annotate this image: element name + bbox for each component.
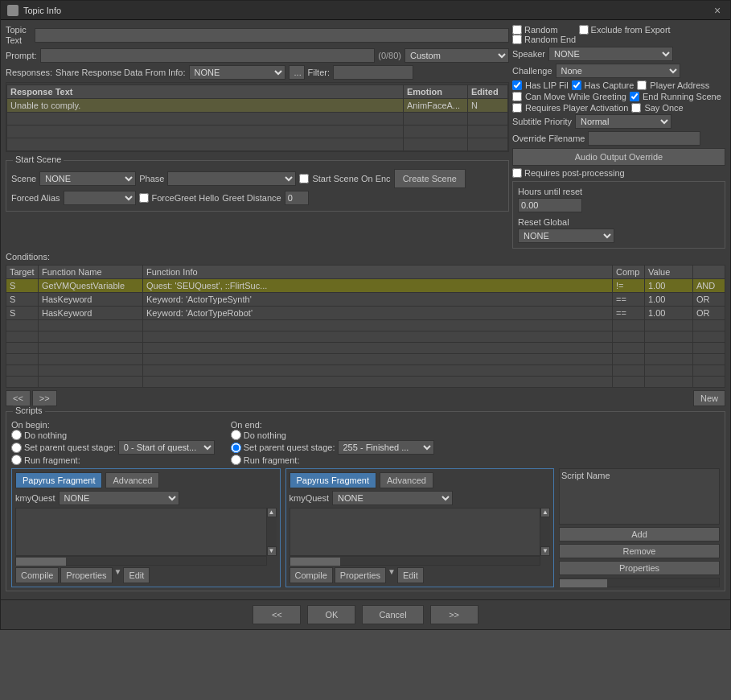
phase-select[interactable] [167,171,296,186]
start-scene-row1: Scene NONE Phase Start Scene On Enc Crea… [11,169,503,188]
share-dots-button[interactable]: ... [289,65,305,80]
cond-value: 1.00 [645,307,693,320]
table-row[interactable]: S HasKeyword Keyword: 'ActorTypeRobot' =… [6,307,725,320]
table-row[interactable] [6,331,725,343]
close-button[interactable]: × [711,4,724,17]
random-checkbox[interactable] [512,25,522,35]
table-row[interactable] [7,126,508,138]
end-kmyquest-select[interactable]: NONE [332,491,453,505]
end-kmyquest-label: kmyQuest [290,493,330,503]
begin-stage-select[interactable]: 0 - Start of quest... [118,440,215,455]
begin-advanced-tab[interactable]: Advanced [105,472,159,488]
end-stage-select[interactable]: 255 - Finished ... [338,440,434,455]
begin-scroll-up[interactable]: ▲ [267,508,277,517]
end-advanced-tab[interactable]: Advanced [380,472,433,488]
left-panel: Topic Text Prompt: (0/80) Custom Re [6,25,509,252]
app-icon [7,5,18,16]
begin-h-scrollbar[interactable] [15,556,267,566]
can-move-checkbox[interactable] [512,92,522,101]
subtitle-select[interactable]: Normal [575,114,671,129]
end-running-checkbox[interactable] [630,92,639,101]
ok-button[interactable]: OK [307,605,355,624]
reset-global-select[interactable]: NONE [518,229,614,243]
begin-kmyquest-select[interactable]: NONE [59,491,179,505]
end-edit-button[interactable]: Edit [397,567,424,583]
start-scene-enc-checkbox[interactable] [299,174,309,183]
cancel-button[interactable]: Cancel [362,605,423,624]
begin-fragment-tab[interactable]: Papyrus Fragment [15,472,102,488]
cond-value: 1.00 [645,293,693,307]
greet-distance-input[interactable] [285,191,309,205]
table-row[interactable]: Unable to comply. AnimFaceA... N [7,99,508,113]
cond-function-name: GetVMQuestVariable [39,279,143,293]
end-compile-button[interactable]: Compile [290,567,333,583]
prompt-dropdown[interactable]: Custom [405,48,509,63]
random-end-checkbox[interactable] [512,35,522,44]
audio-override-button[interactable]: Audio Output Override [512,148,725,166]
conditions-nav: << >> New [6,390,725,406]
end-props-dropdown[interactable]: ▼ [388,567,396,583]
topic-text-input[interactable] [35,28,509,43]
begin-scroll-down[interactable]: ▼ [267,546,277,556]
end-scroll-down[interactable]: ▼ [540,546,550,556]
exclude-export-checkbox[interactable] [579,25,589,35]
challenge-select[interactable]: None [556,64,680,78]
end-script-textarea[interactable] [290,508,541,556]
begin-compile-button[interactable]: Compile [15,567,59,583]
script-h-scrollbar[interactable] [559,578,720,587]
bottom-prev-button[interactable]: << [253,605,301,624]
begin-edit-button[interactable]: Edit [123,567,150,583]
override-filename-input[interactable] [588,131,700,146]
conditions-prev-button[interactable]: << [6,390,31,406]
force-greet-checkbox[interactable] [139,193,149,203]
table-row[interactable] [6,354,725,365]
say-once-checkbox[interactable] [631,103,641,113]
cond-function-info: Keyword: 'ActorTypeRobot' [143,307,613,320]
begin-script-textarea[interactable] [15,508,267,556]
player-address-checkbox[interactable] [637,80,647,90]
conditions-layout: Target Function Name Function Info Comp … [6,263,725,406]
start-scene-row2: Forced Alias ForceGreet Hello Greet Dist… [11,191,503,205]
random-end-label: Random End [524,35,576,44]
script-bottom-scroll [559,578,720,587]
script-remove-button[interactable]: Remove [559,544,720,558]
hours-input[interactable] [518,198,582,212]
table-row[interactable]: S HasKeyword Keyword: 'ActorTypeSynth' =… [6,293,725,307]
table-row[interactable]: S GetVMQuestVariable Quest: 'SEUQuest', … [6,279,725,293]
conditions-new-button[interactable]: New [693,390,725,406]
create-scene-button[interactable]: Create Scene [394,169,466,188]
table-row[interactable] [7,138,508,151]
scene-select[interactable]: NONE [39,171,136,186]
table-row[interactable] [7,113,508,126]
table-row[interactable] [6,377,725,388]
bottom-next-button[interactable]: >> [430,605,478,624]
table-row[interactable] [6,365,725,377]
begin-set-stage-radio[interactable] [11,443,22,453]
table-row[interactable] [6,320,725,331]
end-do-nothing-radio[interactable] [231,430,241,440]
end-properties-button[interactable]: Properties [335,567,386,583]
table-row[interactable] [6,343,725,354]
end-scroll-up[interactable]: ▲ [540,508,550,517]
scripts-section: Scripts On begin: Do nothing Set parent … [6,411,725,591]
post-process-checkbox[interactable] [512,168,522,178]
req-player-act-checkbox[interactable] [512,103,522,113]
end-set-stage-radio[interactable] [231,443,241,453]
forced-alias-select[interactable] [64,191,136,205]
share-select[interactable]: NONE [189,65,285,80]
filter-input[interactable] [333,65,413,80]
prompt-input[interactable] [40,48,376,63]
has-capture-checkbox[interactable] [572,80,581,90]
end-h-scrollbar[interactable] [290,556,541,566]
has-lip-fil-checkbox[interactable] [512,80,522,90]
begin-props-dropdown[interactable]: ▼ [114,567,122,583]
script-add-button[interactable]: Add [559,527,720,541]
speaker-select[interactable]: NONE [548,47,673,61]
conditions-next-button[interactable]: >> [32,390,57,406]
script-properties-button[interactable]: Properties [559,561,720,575]
begin-do-nothing-radio[interactable] [11,430,22,440]
end-fragment-tab[interactable]: Papyrus Fragment [290,472,376,488]
begin-run-frag-radio[interactable] [11,455,22,465]
end-run-frag-radio[interactable] [231,455,241,465]
begin-properties-button[interactable]: Properties [60,567,112,583]
